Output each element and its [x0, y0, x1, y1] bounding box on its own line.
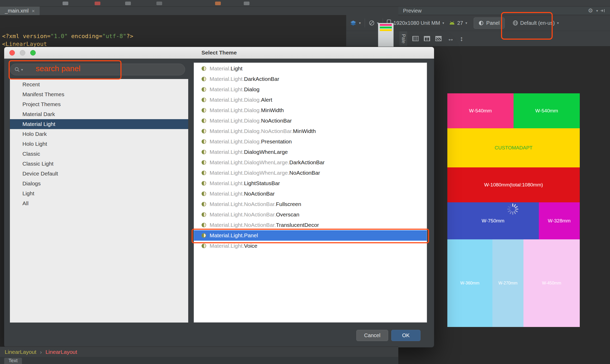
- theme-icon: [201, 222, 206, 228]
- columns-view-icon[interactable]: [412, 36, 419, 41]
- theme-list-item[interactable]: Material.Light.NoActionBar.TranslucentDe…: [194, 220, 427, 230]
- theme-name-prefix: Material.Light.Dialog.: [210, 118, 261, 124]
- theme-list-item[interactable]: Material.Light.Voice: [194, 241, 427, 251]
- chevron-down-icon[interactable]: ▾: [557, 21, 559, 25]
- category-item[interactable]: Light: [10, 189, 188, 198]
- api-level-selector[interactable]: 27: [457, 20, 463, 26]
- theme-list-item[interactable]: Material.Light.DialogWhenLarge.DarkActio…: [194, 157, 427, 168]
- category-item[interactable]: Classic Light: [10, 159, 188, 169]
- theme-icon: [201, 149, 206, 155]
- layers-icon[interactable]: [350, 20, 357, 26]
- theme-icon: [201, 160, 206, 165]
- theme-list-item[interactable]: Material.Light.DialogWhenLarge.NoActionB…: [194, 168, 427, 178]
- select-theme-dialog: Select Theme ▾ RecentManifest ThemesProj…: [4, 47, 434, 348]
- minimize-window-button[interactable]: [20, 50, 25, 56]
- orientation-icon[interactable]: [369, 20, 375, 26]
- expand-vertical-icon[interactable]: ↕: [460, 35, 463, 43]
- theme-search-input[interactable]: ▾: [10, 64, 185, 75]
- theme-selector-button[interactable]: Panel: [474, 17, 504, 29]
- category-item[interactable]: Holo Dark: [10, 129, 188, 139]
- theme-list-item[interactable]: Material.Light.Panel: [194, 230, 427, 241]
- chevron-down-icon[interactable]: ▾: [596, 9, 598, 13]
- category-item[interactable]: Project Themes: [10, 99, 188, 109]
- minimap-color-strip: [380, 27, 392, 28]
- category-item[interactable]: Material Dark: [10, 109, 188, 119]
- expand-horizontal-icon[interactable]: ↔: [447, 35, 454, 43]
- category-item[interactable]: Manifest Themes: [10, 89, 188, 99]
- table-view-icon[interactable]: [424, 36, 430, 41]
- theme-list-item[interactable]: Material.Light.Dialog: [194, 84, 427, 95]
- chevron-down-icon[interactable]: ▾: [21, 68, 23, 72]
- dialog-titlebar: Select Theme: [4, 47, 434, 59]
- category-item[interactable]: Material Light: [10, 119, 188, 129]
- ok-button[interactable]: OK: [391, 330, 420, 341]
- layout-box: W-270mm: [492, 239, 523, 327]
- tab-main-xml[interactable]: _main.xml ×: [0, 7, 40, 15]
- theme-list-item[interactable]: Material.Light.Dialog.NoActionBar: [194, 116, 427, 126]
- category-item[interactable]: All: [10, 198, 188, 208]
- theme-name-prefix: Material.Light.Dialog.NoActionBar.: [210, 128, 293, 134]
- toolbar-fragment-icon: [156, 2, 162, 5]
- theme-list-item[interactable]: Material.Light: [194, 63, 427, 74]
- theme-list-item[interactable]: Material.Light.NoActionBar: [194, 189, 427, 199]
- search-icon: [14, 67, 20, 72]
- tool-tab-palette[interactable]: Pale: [399, 31, 407, 46]
- layout-row: W-540mmW-540mm: [447, 93, 580, 128]
- category-item[interactable]: Holo Light: [10, 139, 188, 149]
- chevron-down-icon[interactable]: ▾: [465, 21, 467, 25]
- theme-name-prefix: Material.Light.: [210, 149, 244, 155]
- close-icon[interactable]: ×: [32, 8, 35, 14]
- grid-view-icon[interactable]: [435, 36, 442, 41]
- theme-name-prefix: Material.: [210, 65, 231, 72]
- zoom-window-button[interactable]: [30, 50, 36, 56]
- main-toolbar-fragment: [0, 0, 610, 7]
- theme-icon: [201, 170, 206, 175]
- theme-name-suffix: NoActionBar: [289, 170, 320, 176]
- toolbar-fragment-icon: [215, 2, 221, 5]
- theme-list-item[interactable]: Material.Light.LightStatusBar: [194, 178, 427, 189]
- theme-list-item[interactable]: Material.Light.DialogWhenLarge: [194, 147, 427, 157]
- layout-row: W-360mmW-270mmW-450mm: [447, 239, 580, 327]
- theme-icon: [201, 202, 206, 207]
- category-item[interactable]: Recent: [10, 80, 188, 89]
- theme-name-prefix: Material.Light.Dialog.: [210, 138, 261, 145]
- theme-name-prefix: Material.Light.: [210, 76, 244, 82]
- theme-icon: [201, 181, 206, 186]
- theme-name-suffix: MinWidth: [293, 128, 316, 134]
- theme-list-item[interactable]: Material.Light.Dialog.Presentation: [194, 136, 427, 147]
- editor-tab-bar: _main.xml ×: [0, 7, 398, 15]
- theme-list-item[interactable]: Material.Light.NoActionBar.Overscan: [194, 209, 427, 220]
- theme-list-item[interactable]: Material.Light.Dialog.NoActionBar.MinWid…: [194, 126, 427, 136]
- breadcrumb-item[interactable]: LinearLayout: [5, 349, 36, 355]
- category-item[interactable]: Classic: [10, 149, 188, 159]
- layout-box: W-540mm: [514, 93, 580, 128]
- theme-icon: [201, 191, 206, 196]
- layout-box: W-450mm: [523, 239, 580, 327]
- theme-name-prefix: Material.Light.: [210, 180, 244, 186]
- cancel-button[interactable]: Cancel: [356, 330, 388, 341]
- device-selector[interactable]: 1920x1080 Unit MM: [393, 20, 440, 26]
- android-studio-window: _main.xml × <?xml version="1.0" encoding…: [0, 0, 610, 364]
- theme-list-item[interactable]: Material.Light.DarkActionBar: [194, 74, 427, 84]
- breadcrumb-item[interactable]: LinearLayout: [45, 349, 77, 355]
- palette-tab-label: Pale: [401, 34, 406, 43]
- theme-name-suffix: Panel: [244, 232, 258, 239]
- category-item[interactable]: Device Default: [10, 169, 188, 179]
- theme-selector-label: Panel: [486, 20, 499, 26]
- theme-list-item[interactable]: Material.Light.NoActionBar.Fullscreen: [194, 199, 427, 209]
- theme-name-suffix: Dialog: [244, 86, 260, 93]
- tab-text-mode[interactable]: Text: [4, 358, 22, 364]
- theme-name-suffix: MinWidth: [261, 107, 284, 113]
- theme-name-suffix: DarkActionBar: [244, 76, 279, 82]
- theme-list-item[interactable]: Material.Light.Dialog.Alert: [194, 95, 427, 105]
- chevron-down-icon[interactable]: ▾: [442, 21, 444, 25]
- locale-selector[interactable]: Default (en-us) ▾: [513, 20, 559, 26]
- gear-icon[interactable]: ⚙: [588, 7, 593, 14]
- theme-list-item[interactable]: Material.Light.Dialog.MinWidth: [194, 105, 427, 116]
- chevron-down-icon[interactable]: ▾: [359, 21, 361, 25]
- close-window-button[interactable]: [9, 50, 15, 56]
- category-item[interactable]: Dialogs: [10, 179, 188, 189]
- theme-name-prefix: Material.Light.: [210, 243, 244, 249]
- dock-pin-icon[interactable]: [600, 9, 605, 13]
- theme-icon: [201, 118, 206, 123]
